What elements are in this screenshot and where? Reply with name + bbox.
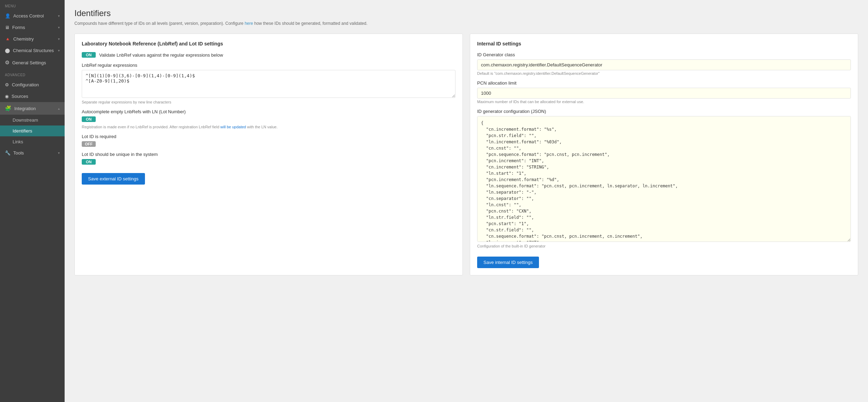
lnbref-hint: Separate regular expressions by new line… [82, 100, 455, 104]
lnbref-regex-group: LnbRef regular expressions ^[N](1)[0-9](… [82, 63, 455, 104]
chemical-structures-icon: ⬤ [5, 48, 10, 53]
gear-icon: ⚙ [5, 59, 9, 66]
id-generator-label: ID Generator class [477, 52, 851, 57]
puzzle-icon: 🧩 [5, 105, 12, 112]
left-card: Laboratory Notebook Reference (LnbRef) a… [74, 34, 463, 275]
autocomplete-hint-link[interactable]: will be updated [220, 125, 246, 129]
autocomplete-label: Autocomplete empty LnbRefs with LN (Lot … [82, 109, 455, 114]
sidebar-item-chemical-structures[interactable]: ⬤ Chemical Structures ▾ [0, 45, 65, 56]
subtitle-link[interactable]: here [245, 21, 253, 26]
lnbref-label: LnbRef regular expressions [82, 63, 455, 68]
content-grid: Laboratory Notebook Reference (LnbRef) a… [74, 34, 858, 275]
pcn-limit-label: PCN allocation limit [477, 80, 851, 86]
autocomplete-toggle-group: Autocomplete empty LnbRefs with LN (Lot … [82, 109, 455, 129]
pcn-limit-hint: Maximum number of IDs that can be alloca… [477, 100, 851, 104]
sidebar-item-access-control[interactable]: 👤 Access Control ▾ [0, 10, 65, 22]
sidebar-item-label: Chemical Structures [13, 48, 54, 53]
sidebar-item-label: Sources [12, 94, 28, 99]
json-config-label: ID generator configuration (JSON) [477, 109, 851, 114]
sidebar-item-general-settings[interactable]: ⚙ General Settings [0, 56, 65, 69]
sidebar-item-label: Forms [12, 25, 25, 30]
sidebar-item-tools[interactable]: 🔧 Tools ▾ [0, 147, 65, 159]
pcn-limit-group: PCN allocation limit Maximum number of I… [477, 80, 851, 104]
sidebar-item-label: Access Control [13, 13, 44, 19]
page-subtitle: Compounds have different type of IDs on … [74, 21, 858, 26]
identifiers-label: Identifiers [13, 128, 32, 134]
validate-label: Validate LnbRef values against the regul… [99, 52, 223, 58]
sidebar-item-sources[interactable]: ◉ Sources [0, 91, 65, 102]
downstream-label: Downstream [13, 117, 38, 123]
lot-required-group: Lot ID is required OFF [82, 134, 455, 147]
lot-required-toggle[interactable]: OFF [82, 141, 96, 147]
menu-label: MENU [0, 0, 65, 10]
id-generator-hint: Default is "com.chemaxon.registry.identi… [477, 71, 851, 76]
sidebar-item-label: Chemistry [13, 36, 34, 42]
autocomplete-hint: Registration is made even if no LnbRef i… [82, 125, 455, 129]
sidebar-item-label: Configuration [12, 82, 39, 87]
save-external-button[interactable]: Save external ID settings [82, 173, 145, 185]
sidebar-item-label: General Settings [12, 60, 46, 65]
lnbref-textarea[interactable]: ^[N](1)[0-9](3,6)-[0-9](1,4)-[0-9](1,4)$… [82, 70, 455, 98]
chevron-down-icon: ▾ [58, 14, 60, 18]
chevron-up-icon: ▴ [58, 107, 60, 110]
lot-unique-toggle[interactable]: ON [82, 159, 96, 165]
chevron-down-icon: ▾ [58, 49, 60, 52]
sidebar-item-label: Integration [14, 106, 36, 111]
right-card: Internal ID settings ID Generator class … [470, 34, 858, 275]
sidebar-subitem-identifiers[interactable]: Identifiers [0, 125, 65, 136]
sidebar: MENU 👤 Access Control ▾ 🖥 Forms ▾ 🔺 Chem… [0, 0, 65, 402]
sidebar-item-forms[interactable]: 🖥 Forms ▾ [0, 22, 65, 33]
sidebar-item-label: Tools [13, 150, 24, 156]
sources-icon: ◉ [5, 94, 9, 99]
right-card-title: Internal ID settings [477, 41, 851, 46]
json-config-hint: Configuration of the built-in ID generat… [477, 244, 851, 248]
lot-unique-label: Lot ID should be unique in the system [82, 152, 455, 157]
links-label: Links [13, 139, 23, 144]
subtitle-end: how these IDs should be generated, forma… [253, 21, 367, 26]
sidebar-subitem-links[interactable]: Links [0, 136, 65, 147]
id-generator-group: ID Generator class Default is "com.chema… [477, 52, 851, 76]
page-title: Identifiers [74, 8, 858, 18]
main-content: Identifiers Compounds have different typ… [65, 0, 868, 402]
person-icon: 👤 [5, 13, 10, 19]
sidebar-item-configuration[interactable]: ⚙ Configuration [0, 79, 65, 91]
json-config-textarea[interactable]: { "cn.increment.format": "%s", "pcn.str.… [477, 116, 851, 242]
advanced-label: ADVANCED [0, 69, 65, 79]
lot-required-label: Lot ID is required [82, 134, 455, 139]
subtitle-text: Compounds have different type of IDs on … [74, 21, 245, 26]
chemistry-icon: 🔺 [5, 36, 10, 42]
pcn-limit-input[interactable] [477, 88, 851, 99]
forms-icon: 🖥 [5, 25, 9, 30]
validate-toggle[interactable]: ON [82, 52, 96, 58]
autocomplete-toggle[interactable]: ON [82, 116, 96, 122]
id-generator-input[interactable] [477, 59, 851, 70]
sidebar-item-chemistry[interactable]: 🔺 Chemistry ▾ [0, 33, 65, 45]
validate-toggle-group: ON Validate LnbRef values against the re… [82, 52, 455, 58]
config-icon: ⚙ [5, 82, 9, 87]
chevron-down-icon: ▾ [58, 26, 60, 29]
tools-icon: 🔧 [5, 150, 10, 156]
chevron-down-icon: ▾ [58, 37, 60, 41]
chevron-down-icon: ▾ [58, 151, 60, 155]
lot-unique-group: Lot ID should be unique in the system ON [82, 152, 455, 165]
json-config-group: ID generator configuration (JSON) { "cn.… [477, 109, 851, 248]
sidebar-item-integration[interactable]: 🧩 Integration ▴ [0, 102, 65, 115]
save-internal-button[interactable]: Save internal ID settings [477, 257, 539, 268]
left-card-title: Laboratory Notebook Reference (LnbRef) a… [82, 41, 455, 46]
sidebar-subitem-downstream[interactable]: Downstream [0, 115, 65, 125]
